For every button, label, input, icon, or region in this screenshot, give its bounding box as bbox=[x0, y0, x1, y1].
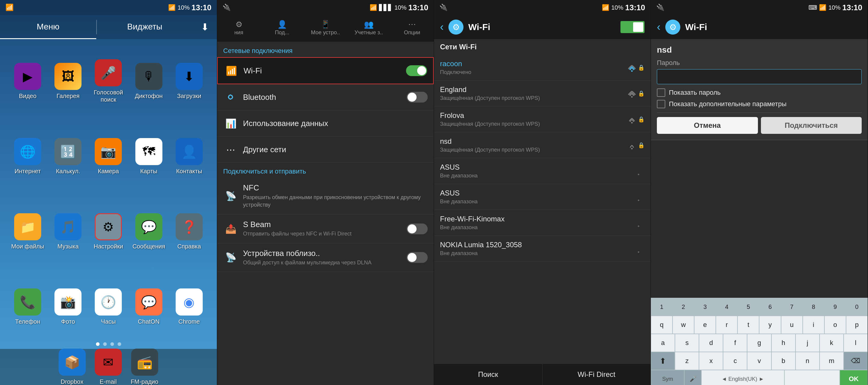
wifi-main-toggle[interactable] bbox=[620, 21, 645, 33]
app-item-messages[interactable]: 💬 Сообщения bbox=[130, 195, 167, 268]
tab-accounts[interactable]: 👥 Учетные з.. bbox=[347, 15, 391, 42]
tab-options[interactable]: ⋯ Опции bbox=[391, 15, 434, 42]
app-item-chaton[interactable]: 💬 ChatON bbox=[130, 271, 167, 343]
settings-item-bluetooth[interactable]: ⭘ Bluetooth bbox=[217, 84, 434, 110]
tab-device[interactable]: 👤 Под... bbox=[260, 15, 304, 42]
key-g[interactable]: g bbox=[747, 334, 771, 352]
backspace-key[interactable]: ⌫ bbox=[844, 352, 868, 370]
settings-item-data[interactable]: 📊 Использование данных bbox=[217, 110, 434, 136]
app-item-voice[interactable]: 🎤 Голосовой поиск bbox=[90, 45, 127, 117]
key-7[interactable]: 7 bbox=[781, 298, 803, 316]
settings-item-nearby[interactable]: 📡 Устройства поблизо.. Общий доступ к фа… bbox=[217, 243, 434, 272]
tab-mydevice[interactable]: 📱 Мое устро.. bbox=[304, 15, 347, 42]
back-button-p4[interactable]: ‹ bbox=[657, 21, 660, 33]
cancel-button[interactable]: Отмена bbox=[657, 117, 758, 134]
wifi-network-asus1[interactable]: ASUS Вне диапазона bbox=[434, 158, 651, 184]
key-t[interactable]: t bbox=[738, 316, 759, 334]
wifi-direct-button[interactable]: Wi-Fi Direct bbox=[542, 364, 651, 385]
key-z[interactable]: z bbox=[675, 352, 699, 370]
dock-item-email[interactable]: ✉ E-mail bbox=[95, 349, 122, 385]
key-o[interactable]: o bbox=[825, 316, 846, 334]
key-y[interactable]: y bbox=[759, 316, 781, 334]
settings-item-wifi[interactable]: 📶 Wi-Fi bbox=[217, 57, 434, 84]
key-4[interactable]: 4 bbox=[716, 298, 738, 316]
key-a[interactable]: a bbox=[651, 334, 675, 352]
key-k[interactable]: k bbox=[819, 334, 844, 352]
key-w[interactable]: w bbox=[673, 316, 694, 334]
key-9[interactable]: 9 bbox=[825, 298, 846, 316]
key-u[interactable]: u bbox=[781, 316, 803, 334]
wifi-search-button[interactable]: Поиск bbox=[434, 364, 542, 385]
key-p[interactable]: p bbox=[846, 316, 868, 334]
key-f[interactable]: f bbox=[723, 334, 747, 352]
key-8[interactable]: 8 bbox=[803, 298, 825, 316]
show-password-checkbox[interactable] bbox=[657, 89, 665, 97]
show-password-row[interactable]: Показать пароль bbox=[657, 89, 862, 97]
app-item-settings[interactable]: ⚙ Настройки bbox=[90, 195, 127, 268]
tab-menu[interactable]: Меню bbox=[0, 15, 96, 39]
settings-item-other[interactable]: ⋯ Другие сети bbox=[217, 136, 434, 163]
settings-item-sbeam[interactable]: 📤 S Beam Отправить файлы через NFC и Wi-… bbox=[217, 215, 434, 243]
app-item-calc[interactable]: 🔢 Калькул. bbox=[49, 120, 87, 193]
bluetooth-toggle[interactable] bbox=[407, 92, 428, 103]
lang-button[interactable]: ◄ English(UK) ► bbox=[702, 370, 784, 385]
dock-item-dropbox[interactable]: 📦 Dropbox bbox=[59, 349, 86, 385]
dock-item-fmradio[interactable]: 📻 FM-радио bbox=[131, 349, 158, 385]
key-0[interactable]: 0 bbox=[846, 298, 868, 316]
key-s[interactable]: s bbox=[675, 334, 699, 352]
app-item-dictophone[interactable]: 🎙 Диктофон bbox=[130, 45, 167, 117]
tab-widgets[interactable]: Виджеты bbox=[97, 15, 193, 39]
download-icon[interactable]: ⬇ bbox=[193, 21, 217, 33]
key-r[interactable]: r bbox=[716, 316, 738, 334]
wifi-network-england[interactable]: England Защищённая (Доступен протокол WP… bbox=[434, 81, 651, 106]
wifi-network-nsd[interactable]: nsd Защищённая (Доступен протокол WPS) 🔒 bbox=[434, 132, 651, 158]
app-item-chrome[interactable]: ◉ Chrome bbox=[170, 271, 208, 343]
key-m[interactable]: m bbox=[819, 352, 844, 370]
key-b[interactable]: b bbox=[771, 352, 796, 370]
key-5[interactable]: 5 bbox=[738, 298, 759, 316]
wifi-network-kinomax[interactable]: Free-Wi-Fi-Kinomax Вне диапазона bbox=[434, 210, 651, 236]
key-d[interactable]: d bbox=[699, 334, 723, 352]
sbeam-toggle[interactable] bbox=[407, 223, 428, 234]
key-j[interactable]: j bbox=[796, 334, 819, 352]
wifi-toggle[interactable] bbox=[406, 65, 427, 76]
key-h[interactable]: h bbox=[771, 334, 796, 352]
show-advanced-checkbox[interactable] bbox=[657, 100, 665, 108]
settings-item-nfc[interactable]: 📡 NFC Разрешить обмен данными при прикос… bbox=[217, 178, 434, 215]
shift-key[interactable]: ⬆ bbox=[651, 352, 675, 370]
app-item-gallery[interactable]: 🖼 Галерея bbox=[49, 45, 87, 117]
key-x[interactable]: x bbox=[699, 352, 723, 370]
tab-general[interactable]: ⚙ ния bbox=[217, 15, 260, 42]
space-key[interactable] bbox=[784, 370, 840, 385]
app-item-photo[interactable]: 📸 Фото bbox=[49, 271, 87, 343]
key-q[interactable]: q bbox=[651, 316, 673, 334]
mic-key[interactable]: 🎤 bbox=[684, 370, 702, 385]
app-item-help[interactable]: ❓ Справка bbox=[170, 195, 208, 268]
key-6[interactable]: 6 bbox=[759, 298, 781, 316]
wifi-network-racoon[interactable]: racoon Подключено 🔒 bbox=[434, 55, 651, 81]
wifi-network-frolova[interactable]: Frolova Защищённая (Доступен протокол WP… bbox=[434, 106, 651, 132]
back-button[interactable]: ‹ bbox=[440, 21, 444, 33]
ok-key[interactable]: OK bbox=[840, 370, 868, 385]
app-item-downloads[interactable]: ⬇ Загрузки bbox=[170, 45, 208, 117]
wifi-network-asus2[interactable]: ASUS Вне диапазона bbox=[434, 184, 651, 210]
password-input[interactable] bbox=[657, 69, 862, 84]
key-3[interactable]: 3 bbox=[694, 298, 716, 316]
key-c[interactable]: c bbox=[723, 352, 747, 370]
app-item-music[interactable]: 🎵 Музыка bbox=[49, 195, 87, 268]
key-e[interactable]: e bbox=[694, 316, 716, 334]
app-item-clock[interactable]: 🕐 Часы bbox=[90, 271, 127, 343]
app-item-camera[interactable]: 📷 Камера bbox=[90, 120, 127, 193]
show-advanced-row[interactable]: Показать дополнительные параметры bbox=[657, 100, 862, 108]
app-item-internet[interactable]: 🌐 Интернет bbox=[9, 120, 46, 193]
key-l[interactable]: l bbox=[844, 334, 868, 352]
key-1[interactable]: 1 bbox=[651, 298, 673, 316]
nearby-toggle[interactable] bbox=[407, 252, 428, 263]
sym-key[interactable]: Sym bbox=[651, 370, 684, 385]
connect-button[interactable]: Подключиться bbox=[761, 117, 862, 134]
app-item-maps[interactable]: 🗺 Карты bbox=[130, 120, 167, 193]
app-item-contacts[interactable]: 👤 Контакты bbox=[170, 120, 208, 193]
app-item-phone[interactable]: 📞 Телефон bbox=[9, 271, 46, 343]
app-item-files[interactable]: 📁 Мои файлы bbox=[9, 195, 46, 268]
wifi-network-nokia[interactable]: NOKIA Lumia 1520_3058 Вне диапазона bbox=[434, 236, 651, 262]
